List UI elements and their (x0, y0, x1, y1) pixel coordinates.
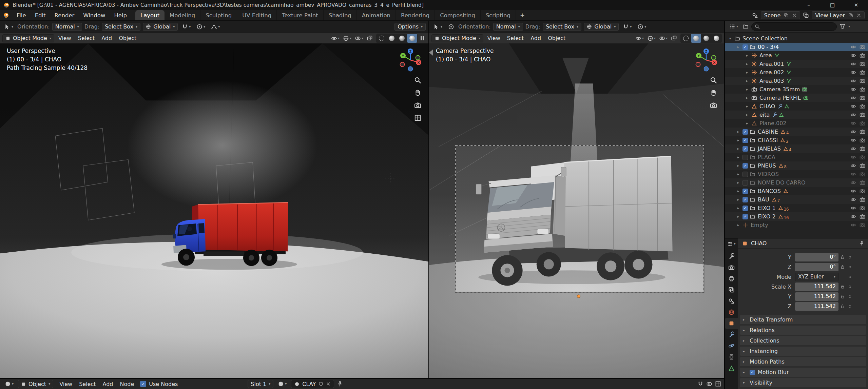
outliner-item-label[interactable]: EIXO 2 (758, 213, 776, 220)
shading-solid-button[interactable] (387, 34, 397, 43)
disable-in-render-icon[interactable] (860, 171, 865, 177)
pan-hand-icon[interactable] (710, 89, 717, 96)
mode-dropdown[interactable]: Object Mode▾ (431, 34, 483, 42)
disable-in-render-icon[interactable] (860, 205, 865, 211)
breadcrumb-object-name[interactable]: CHAO (751, 240, 767, 247)
panel-visibility[interactable]: ▾Visibility (740, 378, 866, 387)
disable-in-render-icon[interactable] (860, 95, 865, 101)
outliner-row-cabine[interactable]: ▸CABINE4 (725, 128, 868, 136)
disclosure-icon[interactable]: ▸ (745, 53, 750, 58)
properties-tab-view-layer[interactable] (725, 284, 738, 295)
hide-in-viewport-icon[interactable] (850, 61, 856, 67)
disable-in-render-icon[interactable] (860, 78, 865, 84)
disable-in-render-icon[interactable] (860, 120, 865, 126)
disable-in-render-icon[interactable] (860, 44, 865, 50)
collection-checkbox[interactable] (742, 155, 748, 160)
scene-selector[interactable]: Scene (761, 11, 801, 19)
disclosure-icon[interactable]: ▸ (736, 155, 741, 159)
panel-motion-blur[interactable]: ▸Motion Blur (740, 368, 866, 377)
zoom-icon[interactable] (414, 77, 421, 84)
hide-in-viewport-icon[interactable] (850, 188, 856, 194)
disclosure-icon[interactable]: ▸ (745, 79, 750, 83)
padlock-icon[interactable] (840, 304, 845, 309)
object-visibility-button[interactable]: ▾ (330, 34, 341, 43)
collection-checkbox[interactable] (742, 189, 748, 194)
proportional-edit-button[interactable]: ▾ (636, 23, 648, 31)
outliner-row-empty[interactable]: ▸Empty (725, 221, 868, 229)
hide-in-viewport-icon[interactable] (850, 112, 856, 118)
viewport-menu-add[interactable]: Add (527, 35, 544, 41)
shading-material-button[interactable] (701, 34, 711, 43)
outliner-row-vidros[interactable]: ▸VIDROS (725, 170, 868, 178)
hide-in-viewport-icon[interactable] (850, 205, 856, 211)
hide-in-viewport-icon[interactable] (850, 214, 856, 219)
properties-tab-physics[interactable] (725, 340, 738, 351)
camera-scene[interactable] (429, 43, 724, 378)
blender-menu-button[interactable] (0, 10, 12, 20)
outliner-item-label[interactable]: Plane.002 (759, 120, 787, 127)
shading-solid-button[interactable] (691, 34, 701, 43)
padlock-icon[interactable] (840, 284, 845, 289)
outliner-item-label[interactable]: Empty (751, 222, 768, 228)
scale-z-field[interactable]: 111.542 (795, 302, 838, 311)
menu-help[interactable]: Help (110, 10, 131, 20)
display-mode-icon[interactable] (742, 23, 749, 30)
outliner-row-00-3-4[interactable]: ▸00 - 3/4 (725, 43, 868, 51)
scale-scale-x-field[interactable]: 111.542 (795, 283, 838, 291)
outliner-row-scene-collection[interactable]: ▾ Scene Collection (725, 34, 868, 43)
collection-checkbox[interactable] (742, 180, 748, 186)
outliner-row-camera-35mm[interactable]: ▸Camera 35mm (725, 85, 868, 94)
disclosure-icon[interactable]: ▸ (745, 104, 750, 109)
object-visibility-button[interactable]: ▾ (634, 34, 645, 43)
outliner-item-label[interactable]: Area.002 (759, 69, 784, 76)
tool-options-button[interactable] (446, 23, 456, 31)
navigation-gizmo[interactable]: X Y Z (693, 47, 719, 73)
hide-in-viewport-icon[interactable] (850, 70, 856, 75)
drag-dropdown[interactable]: Select Box▾ (543, 23, 581, 31)
disable-in-render-icon[interactable] (860, 188, 865, 194)
hide-in-viewport-icon[interactable] (850, 44, 856, 50)
lock-icon[interactable] (838, 304, 847, 309)
proportional-edit-button[interactable]: ▾ (195, 23, 207, 31)
workspace-tab-modeling[interactable]: Modeling (165, 10, 200, 20)
disclosure-icon[interactable]: ▸ (736, 223, 741, 227)
outliner-item-label[interactable]: EIXO 1 (758, 205, 776, 211)
pin-icon[interactable] (337, 381, 343, 387)
viewport-menu-view[interactable]: View (484, 35, 504, 41)
viewport-menu-select[interactable]: Select (504, 35, 527, 41)
workspace-tab-scripting[interactable]: Scripting (481, 10, 516, 20)
collection-checkbox[interactable] (742, 172, 748, 177)
use-nodes-checkbox[interactable]: Use Nodes (140, 381, 178, 387)
properties-tab-object[interactable] (725, 318, 738, 329)
zoom-icon[interactable] (710, 77, 717, 84)
perspective-toggle-icon[interactable] (414, 114, 421, 121)
orientation-dropdown[interactable]: Normal▾ (493, 23, 523, 31)
falloff-button[interactable]: ▾ (209, 23, 221, 31)
animate-dot[interactable] (847, 256, 853, 258)
outliner-item-label[interactable]: eita (759, 112, 770, 118)
animate-dot[interactable] (847, 305, 853, 308)
disclosure-icon[interactable]: ▸ (736, 206, 741, 210)
animate-dot[interactable] (847, 266, 853, 268)
hide-in-viewport-icon[interactable] (850, 78, 856, 84)
workspace-tab-layout[interactable]: Layout (135, 10, 165, 20)
animate-dot[interactable] (847, 295, 853, 298)
snap-magnet-button[interactable]: ▾ (621, 23, 633, 31)
material-name-field[interactable]: CLAY (291, 380, 334, 388)
overlays-button[interactable]: ▾ (658, 34, 669, 43)
new-scene-icon[interactable] (784, 13, 789, 18)
outliner-row-camera-perfil[interactable]: ▸Camera PERFIL (725, 94, 868, 102)
lock-icon[interactable] (838, 265, 847, 269)
disclosure-icon[interactable]: ▸ (736, 147, 741, 151)
hide-in-viewport-icon[interactable] (850, 222, 856, 228)
material-slot-dropdown[interactable]: Slot 1▾ (248, 380, 273, 388)
outliner-item-label[interactable]: Area.001 (759, 61, 784, 67)
hide-in-viewport-icon[interactable] (850, 163, 856, 169)
disclosure-icon[interactable]: ▸ (736, 214, 741, 219)
shading-rendered-button[interactable] (711, 34, 721, 43)
disable-in-render-icon[interactable] (860, 154, 865, 160)
lock-icon[interactable] (838, 255, 847, 259)
shader-menu-select[interactable]: Select (76, 381, 99, 387)
new-view-layer-icon[interactable] (848, 13, 853, 18)
animate-dot[interactable] (847, 276, 853, 278)
